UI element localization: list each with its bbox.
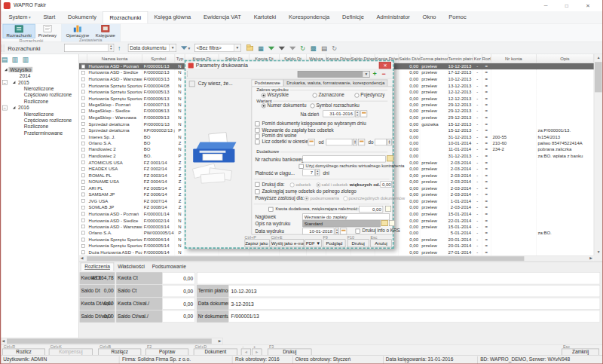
folder-icon[interactable] [246, 44, 254, 52]
row-checkbox[interactable] [81, 71, 85, 75]
tree-item-rozliczone[interactable]: Rozliczone [0, 124, 78, 130]
row-checkbox[interactable] [81, 129, 85, 133]
row-checkbox[interactable] [81, 186, 85, 190]
dialog-button-zapisz-jako-pdf[interactable]: Zapisz jako PDF [245, 239, 270, 247]
menu-item-ewidencja-vat[interactable]: Ewidencja VAT [197, 11, 248, 23]
sort-field-select[interactable]: Data dokumentu▼ [128, 44, 176, 52]
dialog-close-button[interactable]: ✕ [379, 62, 391, 69]
maximize-button[interactable]: □ [558, 0, 576, 11]
tree-item-nierozliczone[interactable]: Nierozliczone [0, 85, 78, 91]
column-header-nr-konta-17[interactable]: Nr konta [491, 54, 537, 63]
print-date-input[interactable]: 10-01-2018 [302, 228, 334, 234]
column-header-typ-3[interactable]: Typ [175, 54, 185, 63]
spinner[interactable]: ▲▼ [108, 44, 113, 52]
tree-item-2014[interactable]: 2014 [0, 73, 78, 79]
filter-green-icon[interactable] [267, 44, 275, 52]
menu-item-administrator[interactable]: Administrator [370, 11, 416, 23]
search-input[interactable]: ▲▼ [64, 44, 114, 52]
greater-than-input[interactable]: 0,00 [381, 181, 392, 188]
row-checkbox[interactable] [81, 103, 85, 107]
menu-item-kartoteki[interactable]: Kartoteki [247, 11, 282, 23]
folder-icon[interactable] [387, 155, 393, 161]
minimize-button[interactable]: ─ [537, 0, 555, 11]
column-header-checkbox[interactable] [79, 54, 87, 63]
checkbox-wezwanie-do-zapłaty-bez-odse[interactable] [255, 128, 259, 133]
tree-item-2016[interactable]: −2016 [0, 105, 78, 111]
column-header-rozl-16[interactable]: Rozl [482, 54, 491, 63]
row-checkbox[interactable] [81, 109, 85, 113]
tree-item-częściowo-rozliczone[interactable]: Częściowo rozliczone [0, 117, 78, 123]
print-template-select[interactable]: ▼ [298, 71, 370, 77]
radio-wszystkie[interactable] [262, 93, 266, 98]
tree-item-rozliczone[interactable]: Rozliczone [0, 98, 78, 104]
checkbox-licz-odsetki-w-okresie[interactable] [255, 139, 259, 144]
row-checkbox[interactable] [81, 142, 85, 145]
checkbox-virtual-account[interactable] [299, 164, 304, 169]
chevron-down-icon[interactable]: ▼ [169, 44, 176, 52]
row-checkbox[interactable] [81, 231, 85, 235]
row-checkbox[interactable] [81, 206, 85, 210]
tree-collapse-icon[interactable]: ▥ [12, 56, 20, 64]
row-checkbox[interactable] [81, 180, 85, 184]
ribbon-button-księgowe[interactable]: Księgowe [93, 24, 118, 38]
row-checkbox[interactable] [81, 225, 85, 228]
row-checkbox[interactable] [81, 167, 85, 171]
dialog-button-pdf[interactable]: PDF ▼ [305, 239, 321, 247]
column-header-nazwa-konta-1[interactable]: Nazwa konta [87, 54, 142, 63]
dialog-tab-podstawowe[interactable]: Podstawowe [252, 80, 283, 87]
checkbox-extra-amount[interactable] [268, 207, 273, 212]
row-checkbox[interactable] [81, 84, 85, 87]
checkbox-pomiń-dokumenty-księgowane-p[interactable] [255, 121, 259, 126]
spinner[interactable]: ▲▼ [355, 110, 360, 117]
tip-link[interactable]: Czy wiesz, że... [198, 81, 233, 86]
table-view-icon[interactable]: ▦ [256, 44, 265, 52]
menu-item-system[interactable]: System ▾ [2, 11, 37, 23]
row-checkbox[interactable] [81, 96, 85, 100]
add-template-button[interactable]: + [372, 69, 376, 77]
row-checkbox[interactable] [81, 161, 85, 164]
filter-funnel-icon[interactable]: ▼ [181, 45, 191, 50]
menu-item-okno[interactable]: Okno [416, 11, 442, 23]
details-tab-podsumowanie[interactable]: Podsumowanie [148, 263, 190, 271]
row-checkbox[interactable] [81, 250, 85, 254]
filter-add-icon[interactable] [277, 44, 286, 52]
sidebar-scrollbar-thumb[interactable] [7, 338, 212, 344]
calendar-icon[interactable] [360, 110, 367, 117]
row-checkbox[interactable] [81, 212, 85, 216]
radio-poszczegolnych-dokumentow[interactable] [343, 196, 347, 200]
payment-within-input[interactable]: 7 [302, 169, 314, 176]
row-checkbox[interactable] [81, 237, 85, 241]
column-header-forma-płatności-13[interactable]: Forma płatności [420, 54, 448, 63]
layout-grid-icon[interactable]: ▩ [309, 44, 317, 52]
interest-to-input[interactable] [375, 139, 387, 145]
checkbox-pomiń-dni-wolne[interactable] [255, 134, 259, 139]
row-checkbox[interactable] [81, 78, 85, 81]
tree-item-2015[interactable]: −2015 [0, 79, 78, 85]
row-checkbox[interactable] [81, 148, 85, 151]
tree-item-przeterminowane[interactable]: Przeterminowane [0, 130, 78, 136]
row-checkbox[interactable] [81, 244, 85, 248]
column-header-symbol-2[interactable]: Symbol [142, 54, 175, 63]
dialog-button-anuluj[interactable]: Anuluj [370, 239, 391, 247]
spinner[interactable]: ▲▼ [315, 169, 320, 176]
dialog-button-wyślij-jako-e-mail[interactable]: Wyślij jako e-mail [271, 239, 304, 247]
column-header-termin-płatności-14[interactable]: Termin płatności [448, 54, 473, 63]
menu-item-korespondencja[interactable]: Korespondencja [283, 11, 336, 23]
as-of-date-input[interactable]: 31-01-2016 [323, 110, 354, 117]
tree-item-nierozliczone[interactable]: Nierozliczone [0, 111, 78, 117]
menu-item-rozrachunki[interactable]: Rozrachunki [103, 11, 148, 23]
filter-preset-select[interactable]: <Bez filtra>▼ [194, 44, 241, 52]
sync-icon[interactable]: ↻ [330, 44, 338, 52]
row-checkbox[interactable] [81, 219, 85, 222]
tree-item-częściowo-rozliczone[interactable]: Częściowo rozliczone [0, 92, 78, 98]
radio-odsetek[interactable] [290, 182, 295, 187]
description-input[interactable]: Standard [302, 220, 380, 227]
menu-item-start[interactable]: Start [37, 11, 62, 23]
tree-item-wszystko[interactable]: Wszystko [0, 66, 78, 72]
folder-icon[interactable] [381, 220, 388, 226]
ribbon-button-operacyjne[interactable]: Operacyjne [63, 24, 93, 38]
row-checkbox[interactable] [81, 199, 85, 203]
close-button[interactable]: ✕ [579, 0, 597, 11]
ribbon-button-rozrachunki[interactable]: Rozrachunki [3, 24, 35, 38]
sort-ascending-icon[interactable]: ↑ [118, 44, 121, 52]
